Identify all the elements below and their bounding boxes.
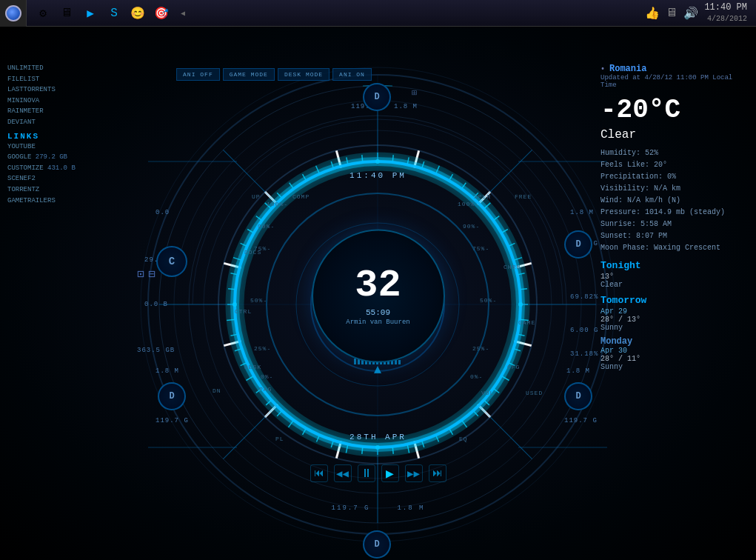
pct-0-right: 0%- [470,373,483,380]
sidebar-link-gametrailers[interactable]: GAMETRAILERS [7,196,137,206]
sidebar-link-youtube[interactable]: YOUTUBE [7,142,137,152]
svg-line-22 [501,230,508,233]
sidebar-item-deviant[interactable]: DEVIANT [7,118,137,127]
media-controls: ⏮ ◀◀ ⏸ ▶ ▶▶ ⏭ [310,464,446,482]
windows-logo: ⊞ [412,87,417,99]
ring-time-display: 11:40 PM [349,171,407,180]
svg-line-79 [241,376,254,384]
svg-line-67 [303,174,307,181]
weather-moon: Moon Phase: Waxing Crescent [601,242,749,254]
play-icon[interactable]: ▶ [80,3,101,24]
next-track-button[interactable]: ⏭ [429,464,446,482]
val-docs-size: 0.0 B [144,301,168,308]
weather-humidity: Humidity: 52% [601,147,749,159]
clock-date: 4/28/2012 [704,14,747,24]
svg-line-21 [493,216,499,221]
play-button[interactable]: ▶ [381,464,399,482]
pct-50-left: 50%- [250,297,267,304]
seg-pl: PL [275,436,284,442]
svg-point-127 [233,302,237,307]
main-area: ANI OFF GAME MODE DESK MODE ANI ON 32 55… [0,27,756,560]
d-button-top-right[interactable]: D [564,230,592,259]
center-display: 32 55:09 Armin van Buuren [312,230,445,363]
game-mode-button[interactable]: GAME MODE [223,68,275,81]
sidebar-item-mininova[interactable]: MININOVA [7,96,137,106]
network-icon[interactable]: 🖥 [666,6,678,20]
pct-50-right: 50%- [480,297,497,304]
svg-line-65 [277,193,282,198]
skype-icon[interactable]: S [104,3,124,24]
monday-title: Monday [601,336,749,347]
svg-line-70 [347,157,348,164]
seg-vol: VOL [481,390,494,396]
svg-line-29 [518,334,525,336]
svg-line-56 [227,319,235,320]
sidebar-icon-2: ⊟ [148,267,155,281]
sidebar-item-unlimited[interactable]: UNLIMITED [7,64,137,73]
d-button-bottom-center[interactable]: D [363,530,391,559]
svg-line-69 [331,161,333,169]
sidebar-link-torrentz[interactable]: TORRENTZ [7,185,137,195]
svg-line-20 [484,203,490,209]
clock-time: 11:40 PM [704,2,747,14]
pct-75-right: 75%- [472,245,489,252]
taskbar: ⚙ 🖥 ▶ S 😊 🎯 ◀ 👍 🖥 🔊 11:40 PM 4/28/2012 [0,0,756,27]
fastforward-button[interactable]: ▶▶ [405,464,423,482]
seg-dn: DN [213,387,221,394]
taskbar-arrow-left[interactable]: ◀ [178,9,188,18]
monday-date: Apr 30 [601,347,749,355]
val-right-outer: 1.8 M [570,209,594,216]
svg-line-44 [346,444,347,453]
clock: 11:40 PM 4/28/2012 [704,2,747,24]
d-button-bottom-left[interactable]: D [158,382,186,410]
sidebar-item-lasttorrents[interactable]: LASTTORRENTS [7,85,137,95]
svg-line-32 [501,376,509,381]
sidebar-item-filelist[interactable]: FILELIST [7,75,137,84]
rewind-button[interactable]: ◀◀ [334,464,352,482]
pause-button[interactable]: ⏸ [358,464,375,482]
taskbar-right: 👍 🖥 🔊 11:40 PM 4/28/2012 [645,2,756,24]
seg-game: GAME [518,319,535,326]
svg-line-23 [508,243,515,246]
pct-0-left: 0%- [261,373,273,380]
app-icon[interactable]: 🎯 [151,3,172,24]
taskbar-icons: ⚙ 🖥 ▶ S 😊 🎯 [27,3,178,24]
val-chrm-val: 69.82% [570,293,598,301]
tonight-temp: 13° [601,273,749,281]
desk-mode-button[interactable]: DESK MODE [278,68,330,81]
center-artist: Armin van Buuren [346,319,409,326]
pct-100-right: 100%- [458,201,479,207]
svg-line-76 [449,428,457,441]
weather-sunset: Sunset: 8:07 PM [601,230,749,242]
svg-line-41 [392,447,393,454]
start-button[interactable] [0,0,27,27]
d-button-top-left[interactable]: D [363,83,391,111]
weather-sunrise: Sunrise: 5:58 AM [601,219,749,230]
monitor-icon[interactable]: 🖥 [56,3,77,24]
sidebar-item-rainmeter[interactable]: RAINMETER [7,107,137,116]
seg-desk: DESK [244,364,261,370]
ani-on-button[interactable]: ANI ON [332,68,372,81]
svg-line-47 [303,428,307,435]
weather-visibility: Visibility: N/A km [601,183,749,195]
sidebar-link-google[interactable]: GOOGLE 279.2 GB [7,153,137,162]
sidebar-link-customize[interactable]: CUSTOMIZE 431.0 B [7,164,137,173]
thumb-up-icon[interactable]: 👍 [645,6,660,21]
svg-line-95 [336,150,341,167]
emoji-icon[interactable]: 😊 [127,3,148,24]
svg-rect-111 [354,359,356,364]
ani-off-button[interactable]: ANI OFF [176,68,220,81]
gear-icon[interactable]: ⚙ [33,3,53,24]
monday-condition: Sunny [601,363,749,371]
weather-feels-like: Feels Like: 20° [601,159,749,171]
ring-date-display: 28TH APR [349,433,407,441]
seg-free: FREE [515,193,532,200]
c-button-left[interactable]: C [156,246,187,277]
prev-track-button[interactable]: ⏮ [310,464,328,482]
volume-icon[interactable]: 🔊 [683,6,698,21]
sidebar-link-scenef2[interactable]: SCENEF2 [7,174,137,184]
d-button-bottom-right[interactable]: D [564,382,592,410]
svg-rect-123 [398,360,401,364]
weather-location: • Romania [601,64,749,74]
svg-line-66 [290,183,294,189]
